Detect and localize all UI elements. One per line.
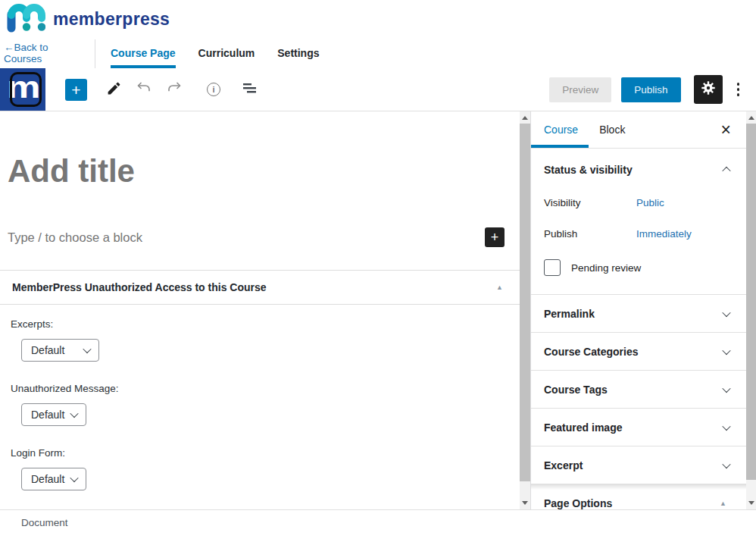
unauthorized-message-select[interactable]: Default bbox=[21, 403, 86, 426]
sidebar-tab-course[interactable]: Course bbox=[531, 111, 589, 148]
memberpress-logo-icon bbox=[6, 2, 45, 36]
settings-toggle-button[interactable] bbox=[694, 75, 723, 104]
sidebar-tab-block[interactable]: Block bbox=[589, 111, 636, 148]
divider bbox=[95, 39, 95, 68]
panel-featured-image[interactable]: Featured image bbox=[531, 409, 746, 446]
editor-workspace: Add title Type / to choose a block + Mem… bbox=[0, 111, 756, 509]
undo-button[interactable] bbox=[133, 78, 155, 101]
toolbar-right: Preview Publish bbox=[549, 75, 756, 104]
edit-mode-button[interactable] bbox=[102, 78, 125, 101]
course-tab-bar: ←Back to Courses Course Page Curriculum … bbox=[0, 38, 756, 68]
plus-icon: + bbox=[491, 230, 499, 244]
metabox-body: Excerpts: Default Unauthorized Message: … bbox=[0, 305, 520, 509]
settings-sidebar: Course Block × Status & visibility Visib… bbox=[530, 111, 746, 509]
collapse-triangle-icon: ▲ bbox=[720, 500, 726, 507]
tab-settings[interactable]: Settings bbox=[277, 38, 319, 68]
back-to-courses-link[interactable]: ←Back to Courses bbox=[4, 38, 89, 68]
details-button[interactable]: i bbox=[202, 78, 225, 101]
plus-icon: + bbox=[71, 82, 80, 98]
preview-button[interactable]: Preview bbox=[549, 77, 611, 102]
gear-icon bbox=[700, 80, 717, 99]
excerpts-select[interactable]: Default bbox=[21, 339, 99, 362]
collapse-triangle-icon: ▲ bbox=[496, 284, 503, 291]
status-visibility-header[interactable]: Status & visibility bbox=[531, 149, 746, 177]
sidebar-scrollbar[interactable] bbox=[746, 111, 756, 509]
title-input[interactable]: Add title bbox=[8, 153, 520, 190]
panel-page-options[interactable]: Page Options ▲ bbox=[531, 490, 746, 509]
scroll-down-icon[interactable] bbox=[748, 501, 754, 505]
publish-button[interactable]: Publish bbox=[621, 77, 680, 102]
document-breadcrumb-bar: Document bbox=[0, 509, 756, 542]
scrollbar-thumb[interactable] bbox=[746, 124, 756, 480]
document-breadcrumb: Document bbox=[21, 517, 68, 528]
chevron-down-icon bbox=[83, 345, 92, 353]
metabox-title: MemberPress Unauthorized Access to this … bbox=[12, 281, 496, 293]
chevron-down-icon bbox=[722, 384, 730, 392]
login-form-select[interactable]: Default bbox=[21, 468, 86, 490]
visibility-link[interactable]: Public bbox=[636, 197, 664, 208]
close-icon[interactable]: × bbox=[721, 121, 731, 139]
metabox-header-toggle[interactable]: MemberPress Unauthorized Access to this … bbox=[0, 271, 520, 305]
chevron-down-icon bbox=[70, 409, 79, 418]
sidebar-tabs: Course Block × bbox=[531, 111, 746, 149]
chevron-down-icon bbox=[70, 474, 79, 482]
info-icon: i bbox=[207, 83, 220, 96]
panel-permalink[interactable]: Permalink bbox=[531, 295, 746, 333]
scroll-shadow bbox=[531, 484, 746, 490]
publish-date-link[interactable]: Immediately bbox=[636, 228, 692, 240]
kebab-menu-icon bbox=[737, 83, 740, 86]
list-view-button[interactable] bbox=[239, 78, 261, 101]
login-form-label: Login Form: bbox=[11, 447, 509, 459]
pending-review-checkbox[interactable] bbox=[544, 259, 561, 276]
empty-block-row: Type / to choose a block + bbox=[8, 227, 520, 247]
inline-inserter-button[interactable]: + bbox=[485, 227, 505, 247]
chevron-down-icon bbox=[722, 346, 730, 354]
editor-toolbar: m + i Preview Publish bbox=[0, 68, 756, 111]
brand-header: memberpress bbox=[0, 0, 756, 38]
visibility-row: Visibility Public bbox=[531, 197, 746, 208]
chevron-up-icon bbox=[722, 167, 730, 175]
tab-curriculum[interactable]: Curriculum bbox=[198, 38, 255, 68]
excerpts-label: Excerpts: bbox=[11, 318, 509, 330]
publish-row: Publish Immediately bbox=[531, 228, 746, 240]
redo-button[interactable] bbox=[163, 78, 186, 101]
chevron-down-icon bbox=[722, 459, 730, 468]
brand-wordmark: memberpress bbox=[53, 9, 170, 30]
canvas-scrollbar[interactable] bbox=[520, 111, 530, 509]
scroll-down-icon[interactable] bbox=[522, 501, 528, 505]
options-menu-button[interactable] bbox=[733, 77, 745, 102]
scroll-up-icon[interactable] bbox=[748, 116, 754, 120]
chevron-down-icon bbox=[722, 421, 730, 430]
editor-canvas: Add title Type / to choose a block + Mem… bbox=[0, 111, 520, 509]
scroll-up-icon[interactable] bbox=[522, 116, 528, 120]
unauthorized-access-metabox: MemberPress Unauthorized Access to this … bbox=[0, 270, 520, 509]
unauthorized-message-label: Unauthorized Message: bbox=[11, 383, 509, 394]
pending-review-label: Pending review bbox=[571, 262, 641, 274]
tab-course-page[interactable]: Course Page bbox=[111, 38, 176, 68]
redo-icon bbox=[165, 80, 183, 99]
chevron-down-icon bbox=[722, 308, 730, 316]
block-inserter-button[interactable]: + bbox=[65, 79, 87, 101]
panel-excerpt[interactable]: Excerpt bbox=[531, 446, 746, 484]
panel-course-categories[interactable]: Course Categories bbox=[531, 333, 746, 371]
undo-icon bbox=[135, 80, 153, 99]
pending-review-row: Pending review bbox=[544, 259, 733, 276]
pencil-icon bbox=[106, 80, 122, 99]
block-placeholder-input[interactable]: Type / to choose a block bbox=[8, 230, 485, 245]
status-visibility-panel: Status & visibility Visibility Public Pu… bbox=[531, 149, 746, 295]
panel-course-tags[interactable]: Course Tags bbox=[531, 371, 746, 409]
scrollbar-thumb[interactable] bbox=[520, 124, 530, 481]
list-view-icon bbox=[242, 82, 258, 97]
memberpress-block-logo-icon[interactable]: m bbox=[0, 68, 45, 111]
